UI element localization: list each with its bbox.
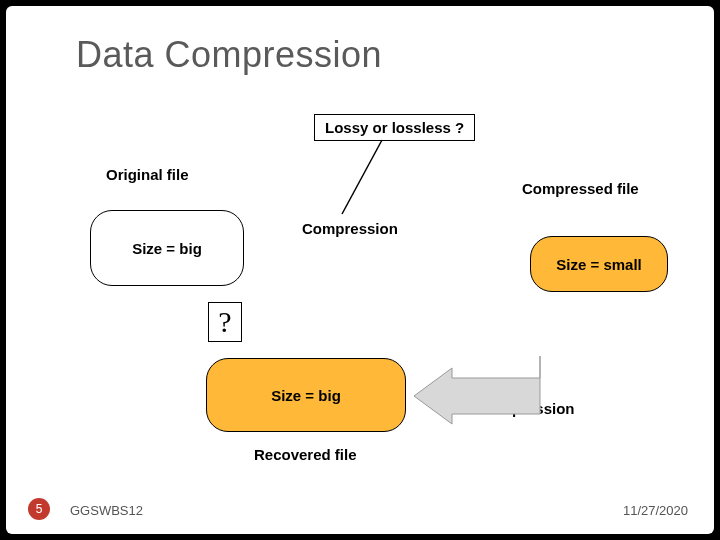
label-decompression: Decompression xyxy=(462,400,575,417)
label-compressed-file: Compressed file xyxy=(522,180,639,197)
slide: Data Compression Lossy or lossless ? Ori… xyxy=(6,6,714,534)
line-question-to-compression xyxy=(342,140,382,214)
slide-title: Data Compression xyxy=(76,34,382,76)
slide-number: 5 xyxy=(28,498,50,520)
footer-left: GGSWBS12 xyxy=(70,503,143,518)
label-compression: Compression xyxy=(302,220,398,237)
shape-recovered-file: Size = big xyxy=(206,358,406,432)
question-mark-box: ? xyxy=(208,302,242,342)
shape-compressed-file: Size = small xyxy=(530,236,668,292)
label-original-file: Original file xyxy=(106,166,189,183)
shape-original-file: Size = big xyxy=(90,210,244,286)
footer-date: 11/27/2020 xyxy=(623,503,688,518)
question-box: Lossy or lossless ? xyxy=(314,114,475,141)
label-recovered-file: Recovered file xyxy=(254,446,357,463)
